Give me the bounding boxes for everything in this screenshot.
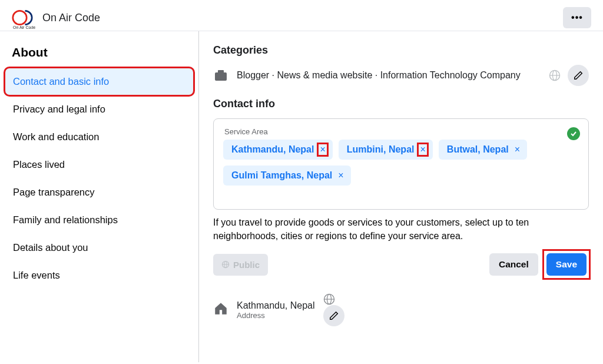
- visibility-selector[interactable]: Public: [213, 254, 268, 276]
- service-area-hint: If you travel to provide goods or servic…: [213, 216, 589, 243]
- svg-rect-1: [215, 72, 227, 81]
- chip-butwal: Butwal, Nepal ×: [439, 140, 527, 160]
- content: About Contact and basic info Privacy and…: [0, 31, 603, 362]
- chip-label: Lumbini, Nepal: [347, 144, 415, 155]
- visibility-label: Public: [233, 260, 260, 270]
- address-label: Address: [237, 311, 315, 320]
- chip-remove-icon[interactable]: ×: [513, 144, 521, 155]
- sidebar-item-life-events[interactable]: Life events: [5, 262, 194, 289]
- home-icon: [213, 301, 228, 319]
- sidebar-item-privacy-legal[interactable]: Privacy and legal info: [5, 95, 194, 123]
- chip-remove-icon[interactable]: ×: [337, 170, 344, 181]
- svg-rect-2: [218, 70, 224, 73]
- sidebar-item-details-about-you[interactable]: Details about you: [5, 234, 194, 262]
- categories-actions: [549, 65, 589, 86]
- globe-icon[interactable]: [549, 70, 561, 81]
- action-buttons: Cancel Save: [489, 251, 589, 278]
- edit-address-button[interactable]: [323, 305, 344, 326]
- address-row: Kathmandu, Nepal Address: [213, 293, 589, 326]
- page-title[interactable]: On Air Code: [42, 12, 100, 24]
- chip-label: Butwal, Nepal: [447, 144, 509, 155]
- service-area-box: Service Area Kathmandu, Nepal × Lumbini,…: [213, 118, 589, 210]
- header: On Air Code On Air Code •••: [0, 0, 603, 31]
- globe-icon: [221, 260, 230, 269]
- contact-info-heading: Contact info: [213, 98, 589, 110]
- sidebar-item-family-relationships[interactable]: Family and relationships: [5, 206, 194, 234]
- sidebar-item-work-education[interactable]: Work and education: [5, 123, 194, 151]
- edit-categories-button[interactable]: [568, 65, 589, 86]
- categories-heading: Categories: [213, 44, 589, 57]
- page-logo[interactable]: On Air Code: [12, 7, 33, 28]
- service-area-chips[interactable]: Kathmandu, Nepal × Lumbini, Nepal × Butw…: [222, 140, 580, 186]
- cancel-button[interactable]: Cancel: [489, 253, 538, 276]
- sidebar-item-contact-basic-info[interactable]: Contact and basic info: [5, 68, 194, 95]
- pencil-icon: [573, 70, 584, 81]
- sidebar: About Contact and basic info Privacy and…: [0, 31, 199, 362]
- chip-lumbini: Lumbini, Nepal ×: [339, 140, 433, 160]
- save-button[interactable]: Save: [546, 253, 587, 276]
- address-actions: [323, 293, 344, 326]
- chip-gulmi-tamghas: Gulmi Tamghas, Nepal ×: [223, 166, 351, 186]
- chip-label: Kathmandu, Nepal: [231, 144, 314, 155]
- valid-check-icon: [567, 127, 580, 140]
- action-row: Public Cancel Save: [213, 251, 589, 278]
- svg-point-0: [13, 11, 26, 24]
- sidebar-title: About: [5, 41, 194, 68]
- header-left: On Air Code On Air Code: [12, 7, 100, 28]
- address-block: Kathmandu, Nepal Address: [237, 300, 315, 320]
- globe-icon[interactable]: [323, 293, 335, 305]
- save-highlight: Save: [544, 251, 589, 278]
- chip-remove-icon[interactable]: ×: [319, 144, 326, 155]
- chip-label: Gulmi Tamghas, Nepal: [231, 170, 332, 181]
- categories-row: Blogger · News & media website · Informa…: [213, 65, 589, 86]
- logo-subtext: On Air Code: [13, 25, 35, 29]
- pencil-icon: [329, 310, 339, 321]
- service-area-label: Service Area: [224, 127, 580, 136]
- categories-text: Blogger · News & media website · Informa…: [237, 69, 541, 82]
- main-panel: Categories Blogger · News & media websit…: [199, 31, 603, 362]
- sidebar-item-page-transparency[interactable]: Page transparency: [5, 178, 194, 206]
- chip-remove-icon[interactable]: ×: [419, 144, 426, 155]
- categories-icon: [213, 70, 228, 81]
- chip-kathmandu: Kathmandu, Nepal ×: [223, 140, 333, 160]
- more-options-button[interactable]: •••: [563, 7, 591, 28]
- address-value: Kathmandu, Nepal: [237, 300, 315, 311]
- sidebar-item-places-lived[interactable]: Places lived: [5, 151, 194, 178]
